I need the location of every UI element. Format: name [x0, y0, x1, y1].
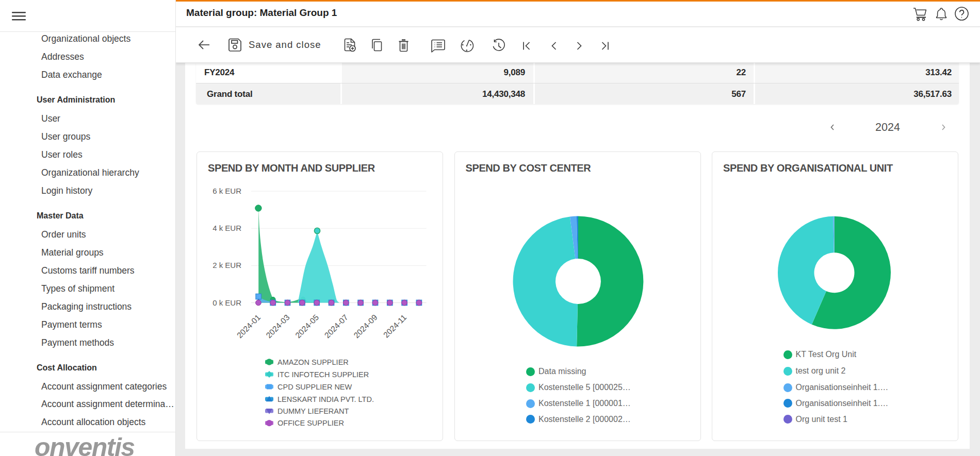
svg-text:DUMMY LIEFERANT: DUMMY LIEFERANT [277, 407, 349, 415]
svg-text:6 k EUR: 6 k EUR [213, 187, 241, 195]
svg-text:LENSKART INDIA PVT. LTD.: LENSKART INDIA PVT. LTD. [277, 395, 374, 403]
svg-text:CPD SUPPLIER NEW: CPD SUPPLIER NEW [277, 383, 352, 391]
svg-text:AMAZON SUPPLIER: AMAZON SUPPLIER [277, 358, 349, 366]
svg-text:2024-01: 2024-01 [235, 313, 262, 340]
svg-text:2024-11: 2024-11 [382, 313, 408, 339]
svg-text:2024-05: 2024-05 [293, 313, 320, 340]
svg-text:4 k EUR: 4 k EUR [213, 224, 241, 232]
svg-text:OFFICE SUPPLIER: OFFICE SUPPLIER [277, 419, 344, 427]
svg-text:0 k EUR: 0 k EUR [213, 298, 241, 307]
svg-text:2024-07: 2024-07 [323, 313, 350, 340]
svg-text:2024-09: 2024-09 [352, 313, 379, 340]
svg-text:2 k EUR: 2 k EUR [213, 261, 241, 269]
svg-text:2024-03: 2024-03 [264, 313, 291, 340]
svg-text:ITC INFOTECH SUPPLIER: ITC INFOTECH SUPPLIER [277, 370, 369, 379]
